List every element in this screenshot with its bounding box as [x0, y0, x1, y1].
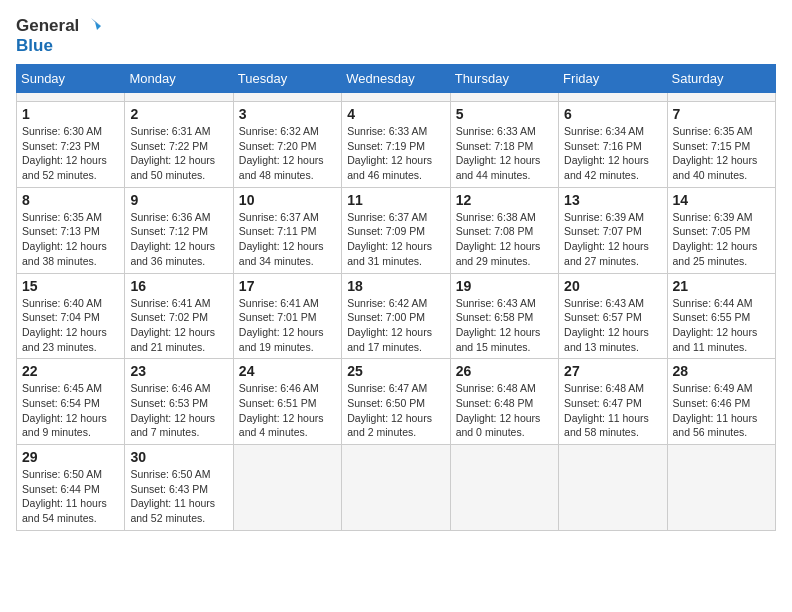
day-number: 16	[130, 278, 227, 294]
day-number: 26	[456, 363, 553, 379]
day-number: 2	[130, 106, 227, 122]
day-number: 4	[347, 106, 444, 122]
day-number: 30	[130, 449, 227, 465]
day-info: Sunrise: 6:39 AMSunset: 7:05 PMDaylight:…	[673, 210, 770, 269]
calendar-cell: 17Sunrise: 6:41 AMSunset: 7:01 PMDayligh…	[233, 273, 341, 359]
day-number: 28	[673, 363, 770, 379]
day-info: Sunrise: 6:38 AMSunset: 7:08 PMDaylight:…	[456, 210, 553, 269]
calendar-cell: 12Sunrise: 6:38 AMSunset: 7:08 PMDayligh…	[450, 187, 558, 273]
calendar-cell	[667, 445, 775, 531]
day-number: 6	[564, 106, 661, 122]
calendar-cell: 11Sunrise: 6:37 AMSunset: 7:09 PMDayligh…	[342, 187, 450, 273]
day-number: 3	[239, 106, 336, 122]
weekday-header-friday: Friday	[559, 65, 667, 93]
weekday-header-monday: Monday	[125, 65, 233, 93]
weekday-header-wednesday: Wednesday	[342, 65, 450, 93]
day-number: 10	[239, 192, 336, 208]
calendar-cell: 14Sunrise: 6:39 AMSunset: 7:05 PMDayligh…	[667, 187, 775, 273]
calendar-cell: 25Sunrise: 6:47 AMSunset: 6:50 PMDayligh…	[342, 359, 450, 445]
calendar-cell: 15Sunrise: 6:40 AMSunset: 7:04 PMDayligh…	[17, 273, 125, 359]
calendar-cell: 28Sunrise: 6:49 AMSunset: 6:46 PMDayligh…	[667, 359, 775, 445]
day-info: Sunrise: 6:48 AMSunset: 6:48 PMDaylight:…	[456, 381, 553, 440]
calendar-cell: 30Sunrise: 6:50 AMSunset: 6:43 PMDayligh…	[125, 445, 233, 531]
day-number: 22	[22, 363, 119, 379]
week-row-1: 1Sunrise: 6:30 AMSunset: 7:23 PMDaylight…	[17, 102, 776, 188]
weekday-header-sunday: Sunday	[17, 65, 125, 93]
calendar-cell: 20Sunrise: 6:43 AMSunset: 6:57 PMDayligh…	[559, 273, 667, 359]
day-info: Sunrise: 6:34 AMSunset: 7:16 PMDaylight:…	[564, 124, 661, 183]
day-info: Sunrise: 6:40 AMSunset: 7:04 PMDaylight:…	[22, 296, 119, 355]
header: General Blue	[16, 16, 776, 56]
calendar-cell: 3Sunrise: 6:32 AMSunset: 7:20 PMDaylight…	[233, 102, 341, 188]
day-number: 9	[130, 192, 227, 208]
day-number: 7	[673, 106, 770, 122]
day-info: Sunrise: 6:48 AMSunset: 6:47 PMDaylight:…	[564, 381, 661, 440]
calendar-cell: 16Sunrise: 6:41 AMSunset: 7:02 PMDayligh…	[125, 273, 233, 359]
day-info: Sunrise: 6:41 AMSunset: 7:01 PMDaylight:…	[239, 296, 336, 355]
calendar-cell	[667, 93, 775, 102]
day-number: 25	[347, 363, 444, 379]
calendar-cell	[450, 93, 558, 102]
week-row-5: 29Sunrise: 6:50 AMSunset: 6:44 PMDayligh…	[17, 445, 776, 531]
week-row-4: 22Sunrise: 6:45 AMSunset: 6:54 PMDayligh…	[17, 359, 776, 445]
calendar-cell	[559, 93, 667, 102]
day-info: Sunrise: 6:47 AMSunset: 6:50 PMDaylight:…	[347, 381, 444, 440]
calendar-cell: 6Sunrise: 6:34 AMSunset: 7:16 PMDaylight…	[559, 102, 667, 188]
day-info: Sunrise: 6:42 AMSunset: 7:00 PMDaylight:…	[347, 296, 444, 355]
day-info: Sunrise: 6:36 AMSunset: 7:12 PMDaylight:…	[130, 210, 227, 269]
day-info: Sunrise: 6:37 AMSunset: 7:11 PMDaylight:…	[239, 210, 336, 269]
calendar-cell	[125, 93, 233, 102]
logo: General Blue	[16, 16, 101, 56]
calendar-cell: 27Sunrise: 6:48 AMSunset: 6:47 PMDayligh…	[559, 359, 667, 445]
day-number: 24	[239, 363, 336, 379]
day-info: Sunrise: 6:44 AMSunset: 6:55 PMDaylight:…	[673, 296, 770, 355]
logo-general: General	[16, 16, 79, 36]
svg-marker-1	[95, 22, 101, 30]
day-number: 15	[22, 278, 119, 294]
calendar-cell: 26Sunrise: 6:48 AMSunset: 6:48 PMDayligh…	[450, 359, 558, 445]
logo-container: General Blue	[16, 16, 101, 56]
calendar-cell: 10Sunrise: 6:37 AMSunset: 7:11 PMDayligh…	[233, 187, 341, 273]
day-info: Sunrise: 6:33 AMSunset: 7:18 PMDaylight:…	[456, 124, 553, 183]
day-number: 19	[456, 278, 553, 294]
logo-bird-icon	[81, 16, 101, 36]
calendar-cell: 9Sunrise: 6:36 AMSunset: 7:12 PMDaylight…	[125, 187, 233, 273]
day-number: 17	[239, 278, 336, 294]
weekday-header-saturday: Saturday	[667, 65, 775, 93]
logo-blue: Blue	[16, 36, 53, 56]
calendar-cell	[233, 445, 341, 531]
day-info: Sunrise: 6:41 AMSunset: 7:02 PMDaylight:…	[130, 296, 227, 355]
calendar-cell	[450, 445, 558, 531]
week-row-3: 15Sunrise: 6:40 AMSunset: 7:04 PMDayligh…	[17, 273, 776, 359]
calendar-cell: 29Sunrise: 6:50 AMSunset: 6:44 PMDayligh…	[17, 445, 125, 531]
day-info: Sunrise: 6:46 AMSunset: 6:53 PMDaylight:…	[130, 381, 227, 440]
day-info: Sunrise: 6:32 AMSunset: 7:20 PMDaylight:…	[239, 124, 336, 183]
calendar-cell: 21Sunrise: 6:44 AMSunset: 6:55 PMDayligh…	[667, 273, 775, 359]
calendar-cell	[342, 93, 450, 102]
calendar-cell: 5Sunrise: 6:33 AMSunset: 7:18 PMDaylight…	[450, 102, 558, 188]
day-number: 8	[22, 192, 119, 208]
calendar-cell: 1Sunrise: 6:30 AMSunset: 7:23 PMDaylight…	[17, 102, 125, 188]
calendar: SundayMondayTuesdayWednesdayThursdayFrid…	[16, 64, 776, 531]
day-info: Sunrise: 6:50 AMSunset: 6:43 PMDaylight:…	[130, 467, 227, 526]
calendar-cell: 13Sunrise: 6:39 AMSunset: 7:07 PMDayligh…	[559, 187, 667, 273]
calendar-cell	[342, 445, 450, 531]
calendar-cell: 22Sunrise: 6:45 AMSunset: 6:54 PMDayligh…	[17, 359, 125, 445]
day-info: Sunrise: 6:35 AMSunset: 7:13 PMDaylight:…	[22, 210, 119, 269]
calendar-cell: 7Sunrise: 6:35 AMSunset: 7:15 PMDaylight…	[667, 102, 775, 188]
calendar-cell: 19Sunrise: 6:43 AMSunset: 6:58 PMDayligh…	[450, 273, 558, 359]
day-info: Sunrise: 6:43 AMSunset: 6:58 PMDaylight:…	[456, 296, 553, 355]
day-number: 29	[22, 449, 119, 465]
day-number: 21	[673, 278, 770, 294]
day-info: Sunrise: 6:49 AMSunset: 6:46 PMDaylight:…	[673, 381, 770, 440]
week-row-2: 8Sunrise: 6:35 AMSunset: 7:13 PMDaylight…	[17, 187, 776, 273]
day-info: Sunrise: 6:39 AMSunset: 7:07 PMDaylight:…	[564, 210, 661, 269]
calendar-cell: 4Sunrise: 6:33 AMSunset: 7:19 PMDaylight…	[342, 102, 450, 188]
week-row-0	[17, 93, 776, 102]
day-number: 14	[673, 192, 770, 208]
calendar-cell	[559, 445, 667, 531]
day-info: Sunrise: 6:50 AMSunset: 6:44 PMDaylight:…	[22, 467, 119, 526]
day-number: 13	[564, 192, 661, 208]
day-info: Sunrise: 6:33 AMSunset: 7:19 PMDaylight:…	[347, 124, 444, 183]
day-number: 1	[22, 106, 119, 122]
